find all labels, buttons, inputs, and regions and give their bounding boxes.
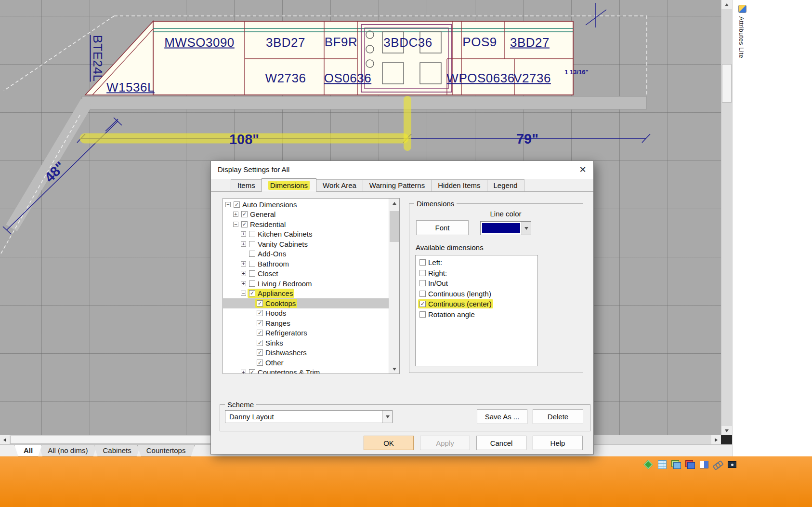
checkbox-sinks[interactable] xyxy=(257,340,263,346)
scroll-down-button[interactable] xyxy=(721,426,732,435)
tree-item-auto-dimensions[interactable]: −Auto Dimensions xyxy=(223,200,389,210)
close-icon[interactable]: ✕ xyxy=(576,163,589,176)
sheet-tab-all[interactable]: All xyxy=(14,445,42,456)
split-view-icon[interactable] xyxy=(699,459,709,470)
tab-dimensions[interactable]: Dimensions xyxy=(262,178,316,192)
tree-scrollbar-thumb[interactable] xyxy=(390,211,399,242)
checkbox-continuous-length[interactable] xyxy=(419,291,426,297)
tree-item-other[interactable]: Other xyxy=(223,358,389,368)
expander-plus-icon[interactable]: + xyxy=(241,241,246,247)
sheet-tab-cabinets[interactable]: Cabinets xyxy=(94,445,141,456)
checkbox-rotation-angle[interactable] xyxy=(419,311,426,318)
checkbox-residential[interactable] xyxy=(241,221,248,227)
scroll-left-button[interactable] xyxy=(0,435,10,444)
line-color-dropdown[interactable] xyxy=(480,221,531,235)
cabinet-label-wpos0636[interactable]: WPOS0636 xyxy=(446,71,514,86)
attributes-side-panel[interactable]: Attributes Lite xyxy=(732,0,812,456)
tree-item-general[interactable]: +General xyxy=(223,210,389,220)
available-item-continuous-length[interactable]: Continuous (length) xyxy=(416,289,537,299)
help-button[interactable]: Help xyxy=(533,436,583,450)
cabinet-label-3bdc36[interactable]: 3BDC36 xyxy=(383,35,432,50)
cabinet-label-w1536l[interactable]: W1536L xyxy=(106,80,155,95)
tree-item-refrigerators[interactable]: Refrigerators xyxy=(223,328,389,338)
ok-button[interactable]: OK xyxy=(364,436,414,450)
available-item-right[interactable]: Right: xyxy=(416,268,537,279)
expander-plus-icon[interactable]: + xyxy=(241,281,246,286)
available-item-left[interactable]: Left: xyxy=(416,257,537,268)
expander-plus-icon[interactable]: + xyxy=(241,370,246,374)
tab-items[interactable]: Items xyxy=(231,179,262,191)
cabinet-label-bf9r[interactable]: BF9R xyxy=(325,35,357,50)
dropdown-arrow-icon[interactable] xyxy=(522,222,531,235)
available-item-continuous-center[interactable]: Continuous (center) xyxy=(416,299,537,309)
tree-item-dishwashers[interactable]: Dishwashers xyxy=(223,348,389,358)
scheme-select[interactable]: Danny Layout xyxy=(225,410,393,423)
tree-item-ranges[interactable]: Ranges xyxy=(223,318,389,328)
sheet-tab-all-no-dims[interactable]: All (no dims) xyxy=(39,445,97,456)
tree-item-kitchen-cabinets[interactable]: +Kitchen Cabinets xyxy=(223,229,389,240)
tree-item-hoods[interactable]: Hoods xyxy=(223,308,389,319)
tree-item-countertops-trim[interactable]: +Countertops & Trim xyxy=(223,368,389,374)
checkbox-add-ons[interactable] xyxy=(249,251,255,257)
scroll-right-button[interactable] xyxy=(711,435,721,444)
checkbox-hoods[interactable] xyxy=(257,310,263,316)
tree-item-vanity-cabinets[interactable]: +Vanity Cabinets xyxy=(223,239,389,249)
delete-button[interactable]: Delete xyxy=(533,409,583,424)
expander-plus-icon[interactable]: + xyxy=(241,231,246,237)
checkbox-bathroom[interactable] xyxy=(249,261,255,267)
checkbox-appliances[interactable] xyxy=(249,290,255,296)
tree-item-cooktops[interactable]: Cooktops xyxy=(223,298,389,308)
apply-button[interactable]: Apply xyxy=(420,436,470,450)
tree-item-closet[interactable]: +Closet xyxy=(223,269,389,279)
cabinet-label-3bd27-right[interactable]: 3BD27 xyxy=(510,35,550,50)
expander-minus-icon[interactable]: − xyxy=(233,222,238,227)
checkbox-countertops-trim[interactable] xyxy=(249,369,255,374)
cabinet-label-mwso3090[interactable]: MWSO3090 xyxy=(164,35,235,50)
snapshot-tool-icon[interactable] xyxy=(727,459,737,470)
tab-legend[interactable]: Legend xyxy=(487,179,524,191)
pan-tool-icon[interactable] xyxy=(643,459,654,470)
tile-windows-icon[interactable] xyxy=(685,459,695,470)
dialog-title-bar[interactable]: Display Settings for All ✕ xyxy=(211,161,593,179)
checkbox-refrigerators[interactable] xyxy=(257,330,263,336)
checkbox-right[interactable] xyxy=(419,270,426,276)
checkbox-left[interactable] xyxy=(419,259,426,266)
checkbox-cooktops[interactable] xyxy=(257,300,263,307)
checkbox-living-bedroom[interactable] xyxy=(249,280,255,287)
vertical-scrollbar[interactable] xyxy=(721,0,732,435)
expander-minus-icon[interactable]: − xyxy=(241,291,246,296)
expander-minus-icon[interactable]: − xyxy=(225,202,231,207)
tab-work-area[interactable]: Work Area xyxy=(316,179,363,191)
cancel-button[interactable]: Cancel xyxy=(476,436,526,450)
attributes-lite-icon[interactable] xyxy=(738,5,747,13)
checkbox-continuous-center[interactable] xyxy=(419,301,426,307)
checkbox-dishwashers[interactable] xyxy=(257,349,263,356)
checkbox-vanity-cabinets[interactable] xyxy=(249,241,255,247)
checkbox-general[interactable] xyxy=(241,211,248,217)
sheet-tab-countertops[interactable]: Countertops xyxy=(137,445,195,456)
expander-plus-icon[interactable]: + xyxy=(233,212,238,217)
tree-scrollbar[interactable] xyxy=(389,199,399,374)
available-item-in-out[interactable]: In/Out xyxy=(416,278,537,289)
tab-hidden-items[interactable]: Hidden Items xyxy=(431,179,487,191)
cabinet-label-pos9[interactable]: POS9 xyxy=(462,35,497,50)
checkbox-closet[interactable] xyxy=(249,270,255,277)
save-as-button[interactable]: Save As ... xyxy=(477,409,527,424)
dropdown-arrow-icon[interactable] xyxy=(382,411,392,423)
cabinet-label-bte24l[interactable]: BTE24L xyxy=(90,35,105,82)
font-button[interactable]: Font xyxy=(416,220,469,235)
scroll-up-button[interactable] xyxy=(389,199,399,208)
vertical-scrollbar-thumb[interactable] xyxy=(722,64,732,103)
expander-plus-icon[interactable]: + xyxy=(241,271,246,276)
grid-tool-icon[interactable] xyxy=(657,459,668,470)
checkbox-kitchen-cabinets[interactable] xyxy=(249,231,255,237)
tree-item-sinks[interactable]: Sinks xyxy=(223,338,389,348)
link-tool-icon[interactable] xyxy=(713,459,723,470)
tree-item-living-bedroom[interactable]: +Living / Bedroom xyxy=(223,279,389,289)
cabinet-label-v2736[interactable]: V2736 xyxy=(513,71,551,86)
cascade-windows-icon[interactable] xyxy=(671,459,681,470)
expander-plus-icon[interactable]: + xyxy=(241,261,246,267)
cabinet-label-w2736[interactable]: W2736 xyxy=(265,71,306,86)
checkbox-ranges[interactable] xyxy=(257,320,263,326)
checkbox-in-out[interactable] xyxy=(419,280,426,286)
